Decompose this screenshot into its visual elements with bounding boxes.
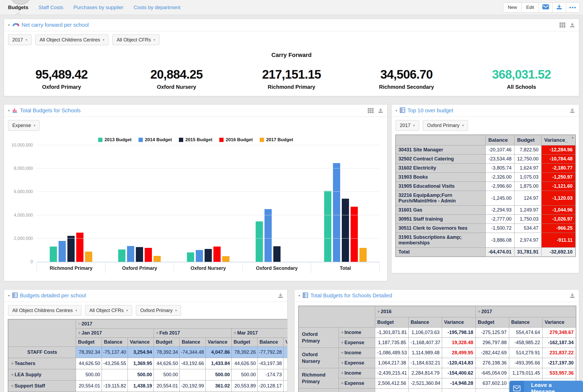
- expand-plus-icon[interactable]: +: [341, 360, 344, 366]
- bar-2013-budget-total[interactable]: [324, 191, 331, 262]
- bar-2017-budget-oxford-nursery[interactable]: [222, 256, 229, 262]
- column-header-budget[interactable]: Budget: [514, 135, 541, 145]
- collapse-caret-icon[interactable]: ▾: [8, 23, 10, 27]
- row-label[interactable]: 31602 Electricity: [396, 164, 486, 173]
- legend-item-2017-budget[interactable]: 2017 Budget: [260, 137, 293, 143]
- row-label[interactable]: 31601 Gas: [396, 206, 486, 215]
- bar-2017-budget-total[interactable]: [359, 248, 367, 262]
- bar-2014-budget-oxford-primary[interactable]: [127, 246, 134, 262]
- bar-2016-budget-richmond-primary[interactable]: [76, 233, 83, 262]
- tab-purchases-by-supplier[interactable]: Purchases by supplier: [74, 0, 124, 15]
- tab-staff-costs[interactable]: Staff Costs: [39, 0, 63, 15]
- expand-plus-icon[interactable]: +: [377, 309, 380, 314]
- bar-2014-budget-oxford-secondary[interactable]: [264, 209, 272, 262]
- sub-column-balance[interactable]: Balance: [102, 338, 128, 347]
- download-icon[interactable]: [378, 108, 383, 113]
- bar-2015-budget-oxford-primary[interactable]: [136, 247, 143, 262]
- bar-2013-budget-oxford-secondary[interactable]: [256, 221, 263, 262]
- school-dropdown[interactable]: Oxford Primary▾: [423, 120, 468, 131]
- sub-column-balance[interactable]: Balance: [179, 338, 205, 347]
- object-childrens-centres-dropdown[interactable]: All Object Childrens Centres▾: [8, 305, 81, 316]
- row-type-label[interactable]: +Expense: [339, 378, 375, 389]
- row-label[interactable]: 30511 Clerk to Governors fees: [396, 224, 486, 233]
- sub-column-balance[interactable]: Balance: [257, 338, 283, 347]
- expand-plus-icon[interactable]: +: [341, 340, 344, 345]
- sub-column-budget[interactable]: Budget: [76, 338, 102, 347]
- leave-message-button[interactable]: Leave a Message: [509, 381, 583, 392]
- legend-item-2015-budget[interactable]: 2015 Budget: [179, 137, 212, 143]
- collapse-minus-icon[interactable]: −: [78, 321, 81, 326]
- expand-plus-icon[interactable]: +: [11, 361, 14, 366]
- month-group-jan-2017[interactable]: +Jan 2017: [76, 329, 154, 338]
- download-icon[interactable]: [570, 108, 575, 113]
- download-icon[interactable]: [570, 22, 575, 28]
- month-group-mar-2017[interactable]: +Mar 2017: [231, 329, 287, 338]
- expand-plus-icon[interactable]: +: [78, 330, 81, 336]
- row-label[interactable]: 31903 Books: [396, 173, 486, 182]
- row-label[interactable]: +LEA Supply: [8, 369, 76, 381]
- sub-column-variance[interactable]: Variance: [205, 338, 231, 347]
- expand-plus-icon[interactable]: +: [478, 309, 481, 314]
- row-label[interactable]: +Support Staff: [8, 381, 76, 392]
- sub-column-variance[interactable]: Variance: [283, 338, 287, 347]
- row-type-label[interactable]: +Expense: [339, 338, 375, 348]
- bar-2013-budget-richmond-primary[interactable]: [50, 247, 57, 262]
- row-type-label[interactable]: +Expense: [339, 358, 375, 368]
- bar-2017-budget-oxford-primary[interactable]: [154, 256, 161, 262]
- bar-2013-budget-oxford-primary[interactable]: [118, 249, 125, 262]
- row-label[interactable]: +Teachers: [8, 358, 76, 369]
- year-dropdown[interactable]: 2017▾: [8, 34, 32, 45]
- bar-2013-budget-oxford-nursery[interactable]: [187, 252, 194, 262]
- row-type-label[interactable]: +Income: [339, 348, 375, 358]
- column-header-variance[interactable]: Variance_▲: [541, 135, 576, 145]
- row-label[interactable]: STAFF Costs: [8, 347, 76, 358]
- legend-item-2013-budget[interactable]: 2013 Budget: [98, 137, 132, 143]
- sub-column-variance[interactable]: Variance: [128, 338, 154, 347]
- collapse-caret-icon[interactable]: ▾: [298, 294, 300, 298]
- sub-column-budget[interactable]: Budget: [154, 338, 179, 347]
- year-dropdown[interactable]: 2017▾: [396, 120, 419, 131]
- sub-column-budget[interactable]: Budget: [475, 317, 509, 328]
- download-icon[interactable]: [570, 293, 575, 298]
- collapse-caret-icon[interactable]: ▾: [8, 294, 10, 298]
- sub-column-variance[interactable]: Variance: [442, 317, 475, 328]
- row-type-label[interactable]: +Income: [339, 389, 375, 392]
- row-type-label[interactable]: +Income: [339, 328, 375, 338]
- sub-column-balance[interactable]: Balance: [408, 317, 442, 328]
- bar-2014-budget-total[interactable]: [333, 163, 340, 262]
- legend-item-2014-budget[interactable]: 2014 Budget: [139, 137, 172, 143]
- more-button[interactable]: •••: [566, 2, 580, 13]
- expand-plus-icon[interactable]: +: [341, 370, 344, 376]
- download-icon[interactable]: [278, 293, 283, 298]
- download-button[interactable]: [552, 2, 566, 13]
- sub-column-budget[interactable]: Budget: [375, 317, 408, 328]
- legend-item-2016-budget[interactable]: 2016 Budget: [219, 137, 253, 143]
- year-group-header[interactable]: −2017: [76, 319, 287, 329]
- bar-2015-budget-total[interactable]: [342, 199, 349, 262]
- tab-budgets[interactable]: Budgets: [8, 0, 28, 15]
- expand-plus-icon[interactable]: +: [11, 383, 14, 389]
- table-view-icon[interactable]: [559, 22, 565, 28]
- bar-2016-budget-oxford-primary[interactable]: [145, 248, 152, 262]
- measure-dropdown[interactable]: Expense▾: [8, 120, 40, 131]
- bar-2014-budget-richmond-primary[interactable]: [59, 241, 66, 262]
- expand-plus-icon[interactable]: +: [156, 330, 159, 336]
- row-type-label[interactable]: +Income: [339, 368, 375, 378]
- row-label[interactable]: 31901 Subscriptions &amp; memberships: [396, 233, 486, 248]
- sub-column-balance[interactable]: Balance: [509, 317, 542, 328]
- year-group-2016[interactable]: +2016: [375, 306, 475, 317]
- sub-column-variance[interactable]: Variance: [542, 317, 576, 328]
- new-button[interactable]: New: [503, 2, 522, 13]
- row-label[interactable]: 31905 Educational Visits: [396, 182, 486, 191]
- row-label[interactable]: 32502 Contract Catering: [396, 155, 486, 164]
- column-header-balance[interactable]: Balance: [486, 135, 515, 145]
- expand-plus-icon[interactable]: +: [341, 330, 344, 335]
- bar-2015-budget-oxford-nursery[interactable]: [205, 249, 212, 262]
- object-cfrs-dropdown[interactable]: All Object CFRs▾: [85, 305, 132, 316]
- bar-2016-budget-oxford-nursery[interactable]: [213, 247, 221, 262]
- month-group-feb-2017[interactable]: +Feb 2017: [154, 329, 231, 338]
- expand-plus-icon[interactable]: +: [11, 372, 14, 377]
- year-group-2017[interactable]: +2017: [475, 306, 576, 317]
- row-label[interactable]: 30431 Site Manager: [396, 145, 486, 155]
- collapse-caret-icon[interactable]: ▾: [396, 109, 397, 113]
